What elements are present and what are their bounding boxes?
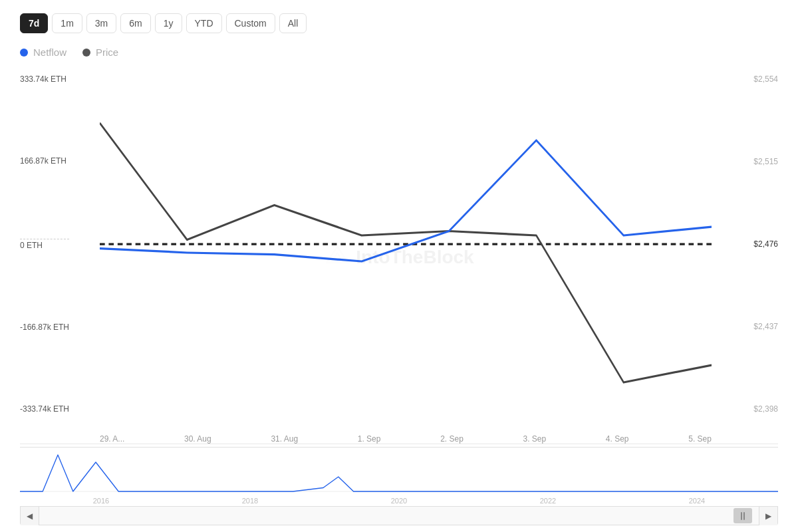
legend-price: Price	[82, 47, 118, 58]
y-right-label-4: $2,398	[753, 404, 778, 414]
netflow-label: Netflow	[33, 47, 66, 58]
scrollbar[interactable]: ◀ ▶	[20, 507, 778, 525]
x-label-2: 31. Aug	[271, 434, 298, 444]
mini-years: 20162018202020222024	[20, 497, 778, 505]
y-left-label-2: 0 ETH	[20, 239, 69, 250]
time-btn-ytd[interactable]: YTD	[186, 13, 222, 33]
netflow-dot	[20, 49, 28, 57]
x-axis: 29. A...30. Aug31. Aug1. Sep2. Sep3. Sep…	[20, 429, 778, 444]
scroll-handle-grip	[741, 512, 745, 520]
chart-legend: Netflow Price	[20, 47, 778, 58]
x-label-3: 1. Sep	[358, 434, 381, 444]
y-left-label-1: 166.87k ETH	[20, 156, 69, 166]
chart-svg	[100, 71, 712, 417]
time-btn-all[interactable]: All	[279, 13, 307, 33]
mini-year-2024: 2024	[689, 497, 705, 505]
chart-svg-area	[100, 71, 712, 417]
time-btn-7d[interactable]: 7d	[20, 13, 48, 33]
y-right-label-0: $2,554	[753, 74, 778, 84]
scroll-track[interactable]	[39, 507, 759, 525]
x-label-4: 2. Sep	[440, 434, 464, 444]
legend-netflow: Netflow	[20, 47, 66, 58]
main-chart: 333.74k ETH166.87k ETH0 ETH-166.87k ETH-…	[20, 71, 778, 444]
x-label-0: 29. A...	[100, 434, 124, 444]
page-container: 7d1m3m6m1yYTDCustomAll Netflow Price 333…	[0, 0, 798, 532]
mini-chart: 20162018202020222024	[20, 447, 778, 507]
time-btn-custom[interactable]: Custom	[226, 13, 275, 33]
y-right-label-3: $2,437	[753, 322, 778, 331]
price-label: Price	[96, 47, 118, 58]
price-dot	[82, 49, 90, 57]
y-left-label-4: -333.74k ETH	[20, 404, 69, 414]
y-right-label-1: $2,515	[753, 157, 778, 166]
y-left-label-0: 333.74k ETH	[20, 74, 69, 84]
y-left-label-3: -166.87k ETH	[20, 323, 69, 332]
scroll-right-button[interactable]: ▶	[759, 507, 777, 525]
x-label-6: 4. Sep	[606, 434, 629, 444]
mini-year-2016: 2016	[93, 497, 109, 505]
time-btn-1y[interactable]: 1y	[155, 13, 182, 33]
y-right-label-2: $2,476	[753, 239, 778, 249]
time-btn-3m[interactable]: 3m	[86, 13, 116, 33]
mini-year-2020: 2020	[391, 497, 407, 505]
mini-year-2022: 2022	[540, 497, 556, 505]
time-btn-6m[interactable]: 6m	[120, 13, 150, 33]
x-label-7: 5. Sep	[688, 434, 712, 444]
scroll-left-button[interactable]: ◀	[21, 507, 39, 525]
y-axis-right: $2,554$2,515$2,476$2,437$2,398	[753, 71, 778, 417]
time-btn-1m[interactable]: 1m	[52, 13, 82, 33]
x-label-1: 30. Aug	[184, 434, 211, 444]
mini-year-2018: 2018	[242, 497, 258, 505]
time-range-bar: 7d1m3m6m1yYTDCustomAll	[20, 13, 778, 33]
x-label-5: 3. Sep	[523, 434, 546, 444]
scroll-handle[interactable]	[733, 508, 752, 523]
y-axis-left: 333.74k ETH166.87k ETH0 ETH-166.87k ETH-…	[20, 71, 69, 417]
